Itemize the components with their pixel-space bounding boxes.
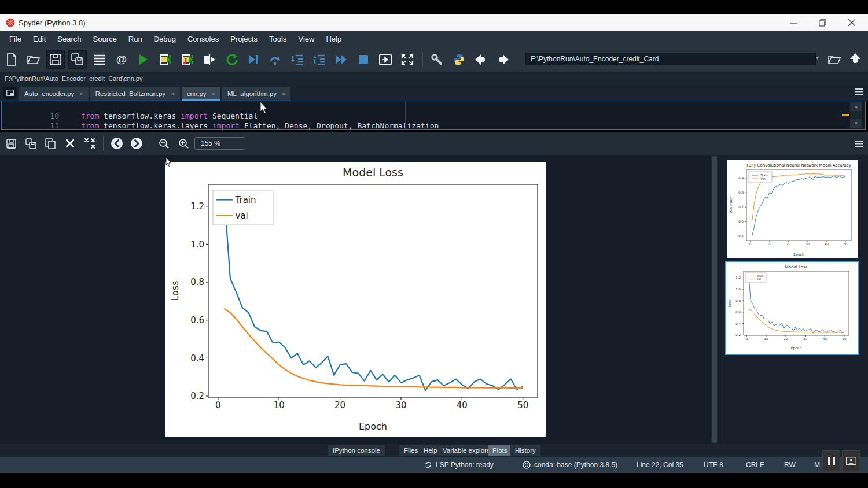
thumbnail-accuracy-plot[interactable]: 010203040500.50.60.70.80.9EpochAccuracyF…: [727, 160, 858, 258]
open-file-icon[interactable]: [24, 50, 43, 69]
svg-text:20: 20: [786, 242, 790, 246]
preferences-wrench-icon[interactable]: [428, 50, 446, 69]
tab-close-icon[interactable]: ×: [171, 90, 174, 97]
debug-step-out-icon[interactable]: [310, 50, 329, 69]
debug-continue-icon[interactable]: [332, 50, 351, 69]
menu-file[interactable]: File: [3, 31, 27, 47]
python-env-icon[interactable]: [450, 50, 468, 69]
interpreter-status: conda: base (Python 3.8.5): [534, 457, 617, 473]
svg-text:10: 10: [274, 400, 285, 411]
main-toolbar: @: [0, 47, 868, 72]
menu-help[interactable]: Help: [320, 31, 347, 47]
svg-text:Model Loss: Model Loss: [785, 265, 808, 269]
svg-text:Loss: Loss: [727, 300, 731, 307]
screenshot-overlay-button[interactable]: [842, 450, 860, 471]
pane-tab-ipython-console[interactable]: IPython console: [328, 445, 385, 456]
forward-icon[interactable]: [494, 50, 512, 69]
scroll-down-icon[interactable]: ▼: [850, 119, 862, 128]
tab-close-icon[interactable]: ×: [79, 90, 83, 97]
menu-debug[interactable]: Debug: [148, 31, 182, 47]
menu-view[interactable]: View: [292, 31, 320, 47]
browse-directory-icon[interactable]: [825, 50, 844, 69]
encoding-status: UTF-8: [704, 457, 723, 473]
title-bar: Spyder (Python 3.8): [0, 14, 868, 31]
fullscreen-icon[interactable]: [398, 50, 417, 69]
remove-all-plots-icon[interactable]: [81, 135, 98, 151]
close-button[interactable]: [842, 16, 862, 29]
scroll-up-icon[interactable]: ▲: [850, 102, 862, 111]
breadcrumb-row: F:\PythonRun\Auto_Encoder_credit_Card\cn…: [0, 72, 868, 85]
save-plot-icon[interactable]: [2, 135, 20, 151]
save-all-plots-icon[interactable]: [22, 135, 39, 151]
run-cell-icon[interactable]: [156, 50, 175, 69]
tabbar-options-menu-icon[interactable]: [854, 88, 863, 95]
menu-consoles[interactable]: Consoles: [182, 31, 225, 47]
new-file-icon[interactable]: [2, 50, 21, 69]
run-cell-advance-icon[interactable]: [178, 50, 197, 69]
window-title: Spyder (Python 3.8): [19, 19, 86, 27]
run-selection-icon[interactable]: [200, 50, 219, 69]
spyder-window: Spyder (Python 3.8) File Edit Search Sou…: [0, 0, 868, 488]
svg-text:val: val: [760, 177, 766, 180]
plot-thumbnails-panel: 010203040500.50.60.70.80.9EpochAccuracyF…: [721, 155, 868, 444]
symbol-finder-icon[interactable]: @: [112, 50, 131, 69]
eol-status: CRLF: [746, 457, 764, 473]
tab-ml-algorithm[interactable]: ML_algorithm.py ×: [222, 87, 290, 101]
menu-search[interactable]: Search: [52, 31, 87, 47]
remove-plot-icon[interactable]: [61, 135, 79, 151]
plot-zoom-input[interactable]: [194, 137, 245, 150]
zoom-in-icon[interactable]: [175, 135, 192, 151]
zoom-out-icon[interactable]: [155, 135, 172, 151]
pause-overlay-button[interactable]: [822, 450, 840, 471]
tab-auto-encoder[interactable]: Auto_encoder.py ×: [19, 87, 89, 101]
menu-edit[interactable]: Edit: [27, 31, 52, 47]
debug-stop-icon[interactable]: [354, 50, 373, 69]
run-file-icon[interactable]: [134, 50, 153, 69]
svg-text:Train: Train: [235, 195, 256, 205]
svg-text:1.2: 1.2: [735, 276, 741, 279]
next-plot-icon[interactable]: [128, 135, 145, 151]
menu-run[interactable]: Run: [123, 31, 148, 47]
back-icon[interactable]: [472, 50, 490, 69]
pane-tab-history[interactable]: History: [510, 445, 540, 456]
tab-close-icon[interactable]: ×: [212, 90, 215, 97]
menu-projects[interactable]: Projects: [225, 31, 263, 47]
svg-text:0.8: 0.8: [190, 277, 204, 287]
scrollbar-thumb[interactable]: [712, 156, 717, 443]
svg-text:val: val: [236, 210, 248, 221]
debug-file-icon[interactable]: [244, 50, 263, 69]
maximize-pane-icon[interactable]: [376, 50, 395, 69]
tab-cnn[interactable]: cnn.py ×: [182, 87, 220, 101]
svg-text:40: 40: [825, 242, 829, 246]
pane-tab-plots[interactable]: Plots: [488, 445, 512, 456]
code-editor[interactable]: 10from tensorflow.keras import Sequentia…: [1, 101, 866, 130]
go-up-directory-icon[interactable]: [846, 50, 865, 69]
svg-text:0.6: 0.6: [735, 310, 741, 314]
plots-scrollbar[interactable]: [711, 155, 718, 444]
save-icon[interactable]: [46, 50, 65, 69]
editor-scrollbar[interactable]: ▲ ▼: [850, 102, 862, 128]
debug-step-into-icon[interactable]: [288, 50, 307, 69]
menu-tools[interactable]: Tools: [263, 31, 292, 47]
directory-dropdown-icon[interactable]: ▾: [816, 54, 819, 61]
restore-button[interactable]: [812, 16, 832, 29]
working-directory-input[interactable]: [525, 53, 816, 65]
svg-text:30: 30: [803, 337, 807, 341]
thumbnail-loss-plot-selected[interactable]: 010203040500.20.40.60.81.01.2EpochLossMo…: [725, 261, 859, 355]
tab-close-icon[interactable]: ×: [282, 90, 285, 97]
svg-text:Fully Convolutional Neural Net: Fully Convolutional Neural Network Model…: [746, 163, 851, 168]
plots-options-menu-icon[interactable]: [854, 140, 863, 147]
copy-plot-icon[interactable]: [42, 135, 59, 151]
previous-plot-icon[interactable]: [108, 135, 126, 151]
minimize-button[interactable]: [784, 16, 803, 29]
svg-text:0.4: 0.4: [735, 322, 741, 326]
tab-restricted-boltzman[interactable]: Restricted_Boltzman.py ×: [90, 87, 180, 101]
tab-label: cnn.py: [187, 90, 207, 97]
menu-source[interactable]: Source: [87, 31, 123, 47]
plots-toolbar-separator: [103, 136, 104, 151]
debug-step-over-icon[interactable]: [266, 50, 285, 69]
restart-kernel-icon[interactable]: [222, 50, 241, 69]
browse-tabs-icon[interactable]: [3, 87, 17, 99]
save-all-icon[interactable]: [68, 50, 87, 69]
file-switcher-icon[interactable]: [90, 50, 109, 69]
